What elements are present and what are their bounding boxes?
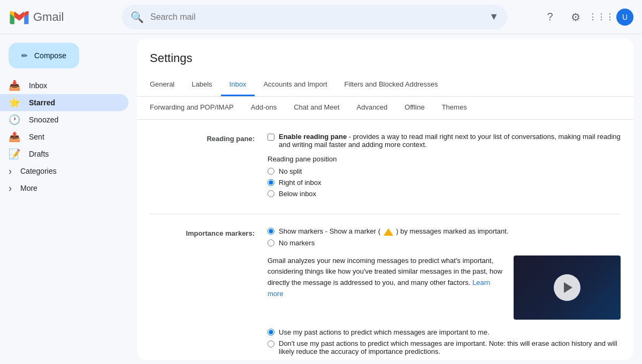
snoozed-icon: 🕐 — [9, 114, 20, 126]
reading-pane-section: Reading pane: Enable reading pane - prov… — [150, 133, 621, 214]
tab-row-1: General Labels Inbox Accounts and Import… — [137, 74, 633, 97]
below-inbox-row: Below inbox — [268, 190, 621, 198]
main-content: Settings General Labels Inbox Accounts a… — [137, 38, 633, 360]
search-icon: 🔍 — [131, 11, 144, 24]
enable-reading-pane-checkbox[interactable] — [268, 134, 274, 141]
tab-themes[interactable]: Themes — [433, 97, 476, 119]
search-bar[interactable]: 🔍 ▼ — [122, 5, 507, 29]
tab-inbox[interactable]: Inbox — [221, 74, 255, 96]
inbox-icon: 📥 — [9, 80, 20, 91]
tab-filters[interactable]: Filters and Blocked Addresses — [336, 74, 447, 96]
analysis-text: Gmail analyzes your new incoming message… — [268, 255, 505, 320]
video-thumbnail[interactable] — [514, 255, 621, 320]
compose-button[interactable]: ✏ Compose — [9, 43, 79, 68]
reading-pane-value: Enable reading pane - provides a way to … — [268, 133, 621, 201]
sidebar-item-inbox[interactable]: 📥 Inbox — [0, 77, 128, 94]
sidebar-item-snoozed[interactable]: 🕐 Snoozed — [0, 111, 128, 128]
sidebar: ✏ Compose 📥 Inbox ⭐ Starred 🕐 Snoozed 📤 … — [0, 34, 137, 364]
sidebar-item-starred[interactable]: ⭐ Starred — [0, 94, 128, 111]
tab-offline[interactable]: Offline — [396, 97, 433, 119]
tab-forwarding[interactable]: Forwarding and POP/IMAP — [141, 97, 242, 119]
use-past-label[interactable]: Use my past actions to predict which mes… — [279, 328, 490, 336]
enable-reading-pane-row: Enable reading pane - provides a way to … — [268, 133, 621, 149]
avatar[interactable]: U — [616, 9, 633, 26]
settings-content: Reading pane: Enable reading pane - prov… — [137, 120, 633, 360]
show-markers-radio[interactable] — [268, 228, 274, 235]
show-markers-row: Show markers - Show a marker ( ) by mess… — [268, 227, 621, 236]
no-markers-radio[interactable] — [268, 239, 274, 246]
marker-desc-end: ) by messages marked as important. — [396, 227, 508, 235]
app-name: Gmail — [33, 10, 64, 24]
sidebar-item-label: Inbox — [29, 81, 120, 90]
right-of-inbox-radio[interactable] — [268, 179, 274, 186]
search-input[interactable] — [150, 12, 483, 22]
topbar-actions: ? ⚙ ⋮⋮⋮ U — [539, 6, 633, 28]
sidebar-item-more[interactable]: › More — [0, 180, 128, 197]
reading-pane-position-group: Reading pane position No split Right of … — [268, 155, 621, 198]
enable-reading-pane-label[interactable]: Enable reading pane - provides a way to … — [279, 133, 621, 149]
support-button[interactable]: ? — [539, 6, 561, 28]
right-of-inbox-row: Right of inbox — [268, 179, 621, 187]
tab-accounts[interactable]: Accounts and Import — [255, 74, 335, 96]
marker-desc: - Show a marker ( — [325, 227, 380, 235]
importance-markers-label: Importance markers: — [150, 227, 268, 359]
starred-icon: ⭐ — [9, 97, 20, 109]
reading-pane-label: Reading pane: — [150, 133, 268, 201]
settings-button[interactable]: ⚙ — [565, 6, 586, 28]
play-button[interactable] — [554, 274, 580, 301]
marker-symbol — [384, 228, 393, 236]
more-icon: › — [9, 183, 12, 194]
no-markers-label[interactable]: No markers — [279, 239, 315, 247]
analysis-box: Gmail analyzes your new incoming message… — [268, 255, 621, 320]
main-layout: ✏ Compose 📥 Inbox ⭐ Starred 🕐 Snoozed 📤 … — [0, 34, 642, 364]
tab-row-2: Forwarding and POP/IMAP Add-ons Chat and… — [137, 97, 633, 120]
sidebar-item-label: Categories — [20, 167, 120, 175]
sidebar-item-label: Starred — [29, 98, 120, 107]
use-past-row: Use my past actions to predict which mes… — [268, 328, 621, 336]
sidebar-item-label: Drafts — [29, 150, 120, 158]
no-split-label[interactable]: No split — [279, 167, 302, 175]
below-inbox-label[interactable]: Below inbox — [279, 190, 316, 198]
logo: Gmail — [9, 6, 116, 28]
apps-button[interactable]: ⋮⋮⋮ — [591, 6, 612, 28]
show-markers-label[interactable]: Show markers - Show a marker ( ) by mess… — [279, 227, 509, 236]
enable-label-text: Enable reading pane — [279, 133, 347, 141]
expand-icon: › — [9, 166, 12, 177]
dont-use-label[interactable]: Don't use my past actions to predict whi… — [279, 339, 621, 355]
use-past-radio[interactable] — [268, 329, 274, 336]
compose-icon: ✏ — [21, 51, 28, 60]
importance-markers-section: Importance markers: Show markers - Show … — [150, 227, 621, 360]
dont-use-row: Don't use my past actions to predict whi… — [268, 339, 621, 355]
video-content — [514, 255, 621, 320]
drafts-icon: 📝 — [9, 148, 20, 160]
importance-markers-value: Show markers - Show a marker ( ) by mess… — [268, 227, 621, 359]
no-markers-row: No markers — [268, 239, 621, 247]
tab-labels[interactable]: Labels — [183, 74, 220, 96]
tab-general[interactable]: General — [141, 74, 183, 96]
compose-label: Compose — [34, 51, 66, 60]
sidebar-item-label: Snoozed — [29, 115, 120, 124]
gmail-logo-icon — [9, 6, 30, 28]
position-title: Reading pane position — [268, 155, 621, 163]
search-options-icon[interactable]: ▼ — [489, 11, 499, 22]
sidebar-item-label: More — [20, 184, 120, 192]
tab-chat[interactable]: Chat and Meet — [285, 97, 348, 119]
sidebar-item-categories[interactable]: › Categories — [0, 162, 128, 180]
no-split-radio[interactable] — [268, 168, 274, 175]
sidebar-item-sent[interactable]: 📤 Sent — [0, 128, 128, 145]
sidebar-item-label: Sent — [29, 133, 120, 141]
sent-icon: 📤 — [9, 131, 20, 143]
topbar: Gmail 🔍 ▼ ? ⚙ ⋮⋮⋮ U — [0, 0, 642, 34]
play-icon — [564, 282, 572, 293]
tab-advanced[interactable]: Advanced — [348, 97, 396, 119]
below-inbox-radio[interactable] — [268, 190, 274, 197]
page-title: Settings — [137, 38, 633, 74]
dont-use-radio[interactable] — [268, 340, 274, 347]
no-split-row: No split — [268, 167, 621, 175]
tab-addons[interactable]: Add-ons — [242, 97, 285, 119]
right-of-inbox-label[interactable]: Right of inbox — [279, 179, 322, 187]
sidebar-item-drafts[interactable]: 📝 Drafts — [0, 145, 128, 162]
